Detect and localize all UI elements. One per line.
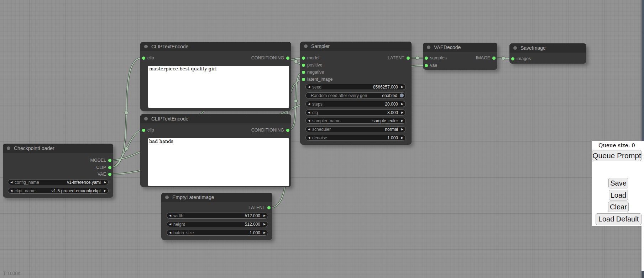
node-save-image[interactable]: SaveImage images: [509, 43, 586, 64]
node-title: CheckpointLoader: [3, 144, 113, 153]
link-midpoint-dot: [294, 60, 298, 63]
widget-increment-icon[interactable]: [261, 230, 268, 235]
node-title-bar[interactable]: EmptyLatentImage: [161, 193, 272, 202]
widget-increment-icon[interactable]: [399, 84, 405, 90]
widget-increment-icon[interactable]: [399, 135, 405, 140]
widget-increment-icon[interactable]: [261, 221, 268, 227]
collapse-dot-icon[interactable]: [144, 45, 148, 48]
node-checkpoint-loader[interactable]: CheckpointLoader MODEL CLIP VAE config_n…: [3, 144, 113, 198]
input-port-icon[interactable]: [302, 57, 305, 60]
output-port-icon[interactable]: [108, 159, 111, 162]
link-midpoint-dot: [502, 57, 505, 60]
widget-increment-icon[interactable]: [102, 188, 108, 193]
input-port-icon[interactable]: [302, 64, 305, 67]
node-empty-latent-image[interactable]: EmptyLatentImage LATENT width 512.000 he…: [161, 193, 272, 240]
input-port-icon[interactable]: [302, 78, 305, 81]
clear-button[interactable]: Clear: [608, 202, 629, 212]
prompt-textarea[interactable]: masterpiece best quality girl: [148, 66, 289, 108]
node-vae-decode[interactable]: VAEDecode samples vae IMAGE: [423, 43, 497, 70]
queue-prompt-button[interactable]: Queue Prompt: [592, 150, 642, 161]
node-title-bar[interactable]: CheckpointLoader: [3, 144, 113, 153]
input-port-icon[interactable]: [142, 57, 145, 60]
scrollbar-track[interactable]: [642, 141, 644, 271]
widget-decrement-icon[interactable]: [306, 101, 312, 107]
widget-config-name[interactable]: config_name v1-inference.yaml: [8, 179, 109, 185]
collapse-dot-icon[interactable]: [427, 46, 430, 49]
widget-decrement-icon[interactable]: [167, 213, 173, 218]
output-port-icon[interactable]: [286, 57, 289, 60]
input-port-icon[interactable]: [511, 57, 514, 60]
load-button[interactable]: Load: [609, 190, 628, 201]
widget-increment-icon[interactable]: [102, 180, 108, 185]
widget-decrement-icon[interactable]: [8, 188, 15, 193]
input-slot-model: model: [300, 55, 354, 61]
save-button[interactable]: Save: [608, 178, 628, 188]
widget-decrement-icon[interactable]: [167, 230, 173, 235]
widget-increment-icon[interactable]: [399, 101, 405, 107]
widget-value: 20.000: [385, 102, 398, 107]
scrollbar-thumb[interactable]: [642, 0, 644, 141]
widget-random-seed-toggle[interactable]: Random seed after every gen enabled: [305, 92, 406, 98]
input-port-icon[interactable]: [425, 64, 428, 67]
widget-batch-size[interactable]: batch_size 1.000: [167, 230, 268, 236]
node-title: VAEDecode: [423, 43, 497, 52]
collapse-dot-icon[interactable]: [7, 146, 10, 150]
collapse-dot-icon[interactable]: [165, 196, 169, 199]
node-title-bar[interactable]: Sampler: [300, 42, 412, 51]
output-port-icon[interactable]: [286, 129, 289, 132]
widget-width[interactable]: width 512.000: [167, 213, 268, 219]
output-slot-model: MODEL: [56, 157, 113, 164]
widget-value: 8566257.000: [373, 85, 398, 90]
input-slot-negative: negative: [300, 69, 354, 75]
output-port-icon[interactable]: [267, 206, 271, 209]
output-port-icon[interactable]: [108, 173, 111, 176]
collapse-dot-icon[interactable]: [513, 46, 517, 50]
graph-canvas[interactable]: { "graph": { "render_time": "T: 0.00s" }…: [0, 0, 644, 278]
widget-cfg[interactable]: cfg 8.000: [305, 109, 406, 116]
toggle-circle-icon[interactable]: [400, 93, 404, 97]
widget-decrement-icon[interactable]: [306, 84, 312, 90]
widget-value: enabled: [382, 93, 397, 98]
load-default-button[interactable]: Load Default: [596, 213, 642, 225]
widget-decrement-icon[interactable]: [167, 221, 173, 227]
widget-value: sample_euler: [372, 118, 398, 123]
node-clip-text-encode-negative[interactable]: CLIPTextEncode clip CONDITIONING bad han…: [140, 114, 291, 187]
input-port-icon[interactable]: [302, 71, 305, 74]
widget-denoise[interactable]: denoise 1.000: [305, 135, 406, 141]
widget-decrement-icon[interactable]: [8, 180, 15, 185]
widget-increment-icon[interactable]: [399, 110, 405, 115]
node-title-bar[interactable]: CLIPTextEncode: [140, 114, 291, 123]
node-sampler[interactable]: Sampler model positive negative latent_i…: [300, 42, 412, 145]
widget-increment-icon[interactable]: [399, 118, 405, 123]
node-title-bar[interactable]: CLIPTextEncode: [140, 42, 291, 51]
widget-label: scheduler: [312, 127, 385, 132]
output-port-icon[interactable]: [492, 57, 496, 60]
link-midpoint-dot: [125, 147, 128, 150]
widget-label: cfg: [312, 110, 387, 115]
widget-scheduler[interactable]: scheduler normal: [305, 126, 406, 132]
widget-value: normal: [385, 127, 398, 132]
widget-increment-icon[interactable]: [399, 127, 405, 132]
collapse-dot-icon[interactable]: [144, 117, 148, 121]
widget-decrement-icon[interactable]: [306, 135, 312, 140]
input-port-icon[interactable]: [142, 129, 145, 132]
prompt-textarea[interactable]: bad hands: [148, 138, 289, 186]
input-port-icon[interactable]: [425, 57, 428, 60]
node-title-bar[interactable]: VAEDecode: [423, 43, 497, 52]
widget-seed[interactable]: seed 8566257.000: [305, 84, 406, 90]
widget-increment-icon[interactable]: [261, 213, 268, 218]
widget-ckpt-name[interactable]: ckpt_name v1-5-pruned-emaonly.ckpt: [8, 188, 109, 194]
widget-height[interactable]: height 512.000: [167, 221, 268, 227]
widget-value: 512.000: [245, 222, 260, 227]
widget-sampler-name[interactable]: sampler_name sample_euler: [305, 118, 406, 124]
widget-decrement-icon[interactable]: [306, 118, 312, 123]
collapse-dot-icon[interactable]: [304, 44, 308, 48]
widget-steps[interactable]: steps 20.000: [305, 101, 406, 107]
node-clip-text-encode-positive[interactable]: CLIPTextEncode clip CONDITIONING masterp…: [140, 42, 291, 111]
widget-decrement-icon[interactable]: [306, 110, 312, 115]
input-slot-vae: vae: [423, 62, 459, 69]
output-port-icon[interactable]: [407, 57, 410, 60]
widget-decrement-icon[interactable]: [306, 127, 312, 132]
output-port-icon[interactable]: [108, 166, 111, 169]
node-title-bar[interactable]: SaveImage: [509, 43, 586, 53]
